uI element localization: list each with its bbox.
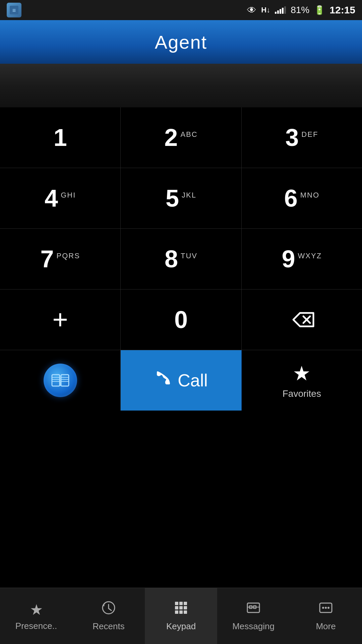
key-call[interactable]: Call bbox=[121, 350, 241, 411]
key-2[interactable]: 2 ABC bbox=[121, 107, 241, 168]
call-label: Call bbox=[178, 370, 208, 390]
key-5[interactable]: 5 JKL bbox=[121, 168, 241, 228]
nav-label-messaging: Messaging bbox=[232, 621, 275, 632]
key-7[interactable]: 7 PQRS bbox=[0, 229, 121, 289]
main-content: 1 2 ABC 3 DEF 4 GHI bbox=[0, 107, 362, 588]
svg-rect-20 bbox=[184, 606, 187, 609]
nav-label-more: More bbox=[316, 621, 336, 632]
key-4[interactable]: 4 GHI bbox=[0, 168, 121, 228]
keypad-row-4: + 0 bbox=[0, 289, 362, 350]
header: Agent bbox=[0, 20, 362, 64]
messaging-icon bbox=[246, 600, 261, 619]
header-title: Agent bbox=[155, 31, 207, 53]
key-3[interactable]: 3 DEF bbox=[242, 107, 362, 168]
key-9[interactable]: 9 WXYZ bbox=[242, 229, 362, 289]
key-0[interactable]: 0 bbox=[121, 289, 241, 350]
nav-item-messaging[interactable]: Messaging bbox=[217, 588, 290, 644]
recents-icon bbox=[101, 600, 116, 619]
display-area bbox=[0, 64, 362, 107]
nav-item-more[interactable]: More bbox=[290, 588, 362, 644]
presence-icon: ★ bbox=[30, 601, 43, 618]
svg-rect-22 bbox=[179, 610, 183, 614]
key-6[interactable]: 6 MNO bbox=[242, 168, 362, 228]
app-icon: ≡ bbox=[7, 3, 21, 17]
nav-item-presence[interactable]: ★ Presence.. bbox=[0, 588, 72, 644]
signal-icon bbox=[275, 6, 286, 14]
svg-rect-21 bbox=[175, 610, 178, 614]
keypad-row-3: 7 PQRS 8 TUV 9 WXYZ bbox=[0, 229, 362, 289]
svg-rect-18 bbox=[175, 606, 178, 609]
svg-rect-16 bbox=[179, 602, 183, 605]
status-right: 👁 H↓ 81% 🔋 12:15 bbox=[247, 4, 355, 16]
favorites-label: Favorites bbox=[283, 388, 321, 399]
keypad-row-1: 1 2 ABC 3 DEF bbox=[0, 107, 362, 168]
nav-item-recents[interactable]: Recents bbox=[72, 588, 145, 644]
svg-rect-5 bbox=[52, 375, 60, 386]
data-icon: H↓ bbox=[261, 6, 270, 14]
svg-text:≡: ≡ bbox=[12, 7, 16, 14]
key-backspace[interactable] bbox=[242, 289, 362, 350]
svg-rect-23 bbox=[184, 610, 187, 614]
backspace-icon bbox=[287, 310, 317, 330]
key-8[interactable]: 8 TUV bbox=[121, 229, 241, 289]
more-icon bbox=[318, 600, 333, 619]
battery-icon: 🔋 bbox=[314, 5, 325, 15]
svg-rect-15 bbox=[175, 602, 178, 605]
keypad-row-5: Call ★ Favorites bbox=[0, 350, 362, 411]
call-phone-icon bbox=[154, 370, 172, 391]
status-left: ≡ bbox=[7, 3, 21, 17]
status-bar: ≡ 👁 H↓ 81% 🔋 12:15 bbox=[0, 0, 362, 20]
svg-marker-2 bbox=[293, 313, 313, 326]
key-plus[interactable]: + bbox=[0, 289, 121, 350]
keypad-row-2: 4 GHI 5 JKL 6 MNO bbox=[0, 168, 362, 229]
nav-label-recents: Recents bbox=[93, 621, 124, 632]
status-time: 12:15 bbox=[329, 4, 355, 16]
keypad-nav-icon bbox=[174, 600, 188, 619]
svg-rect-17 bbox=[184, 602, 187, 605]
svg-point-30 bbox=[325, 607, 327, 609]
battery-percent: 81% bbox=[291, 5, 309, 15]
keypad: 1 2 ABC 3 DEF 4 GHI bbox=[0, 107, 362, 588]
svg-point-29 bbox=[322, 607, 324, 609]
nav-item-keypad[interactable]: Keypad bbox=[145, 588, 217, 644]
favorites-star-icon: ★ bbox=[293, 362, 311, 385]
svg-point-31 bbox=[327, 607, 329, 609]
key-favorites[interactable]: ★ Favorites bbox=[242, 350, 362, 411]
nav-label-keypad: Keypad bbox=[166, 621, 196, 632]
nav-label-presence: Presence.. bbox=[15, 621, 57, 631]
privacy-icon: 👁 bbox=[247, 5, 256, 16]
bottom-nav: ★ Presence.. Recents bbox=[0, 588, 362, 644]
key-1[interactable]: 1 bbox=[0, 107, 121, 168]
phonebook-icon bbox=[44, 364, 77, 397]
svg-rect-6 bbox=[61, 375, 69, 386]
key-phonebook[interactable] bbox=[0, 350, 121, 411]
svg-rect-19 bbox=[179, 606, 183, 609]
